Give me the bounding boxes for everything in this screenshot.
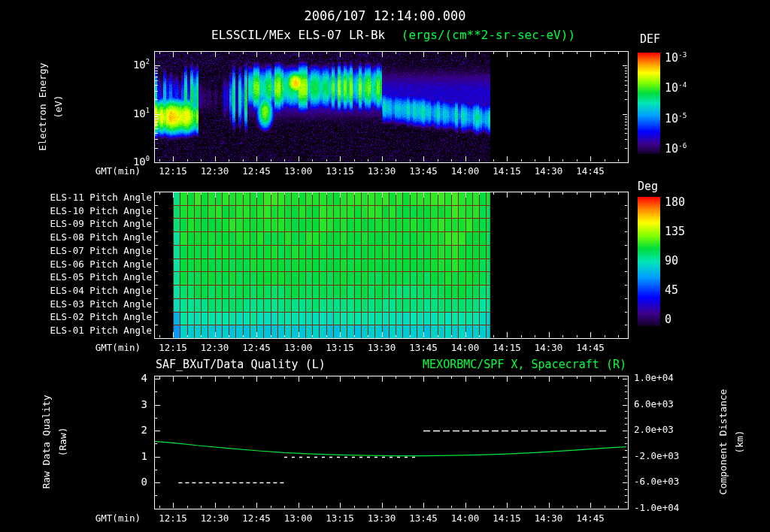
top-ylabel-line2: (eV): [53, 95, 64, 118]
x-tick-label: 13:30: [368, 513, 396, 524]
x-tick-label: 13:45: [409, 166, 438, 177]
tick-exponent: -4: [678, 80, 687, 89]
colorbar-tick-label: 10-6: [665, 142, 687, 156]
x-tick-label: 14:30: [535, 343, 563, 353]
tick-base: 10: [665, 112, 678, 125]
row-label: ELS-03 Pitch Angle: [50, 299, 152, 310]
y-tick-label: 1: [141, 451, 147, 462]
row-label: ELS-04 Pitch Angle: [50, 286, 152, 296]
y-tick-label: 102: [133, 59, 150, 71]
colorbar-tick-label: 135: [665, 225, 685, 238]
row-label: ELS-11 Pitch Angle: [50, 192, 152, 203]
colorbar-tick-label: 10-4: [665, 81, 687, 95]
tick-base: 10: [133, 107, 146, 119]
top-ylabel-line1: Electron Energy: [38, 62, 48, 150]
bottom-right-series-title: MEXORBMC/SPF X, Spacecraft (R): [423, 358, 626, 371]
x-tick-label: 13:00: [284, 513, 313, 524]
x-tick-label: 14:45: [576, 343, 605, 353]
row-label: ELS-05 Pitch Angle: [50, 272, 152, 283]
top-panel-title: ELSSCIL/MEx ELS-07 LR-Bk (ergs/(cm**2-sr…: [211, 29, 575, 42]
x-tick-label: 12:15: [159, 343, 187, 353]
y-tick-label: 100: [133, 156, 150, 168]
x-tick-label: 14:45: [576, 513, 605, 524]
x-tick-label: 13:30: [368, 166, 396, 177]
x-tick-label: 13:45: [409, 513, 438, 524]
gmt-label-top: GMT(min): [95, 166, 141, 177]
y-tick-label: -2.0e+03: [634, 451, 679, 461]
tick-base: 10: [665, 51, 678, 65]
x-tick-label: 12:45: [242, 166, 271, 177]
colorbar-tick-label: 10-3: [665, 51, 687, 65]
gmt-label-mid: GMT(min): [95, 343, 141, 353]
colorbar-tick-label: 45: [665, 284, 678, 297]
x-tick-label: 13:00: [284, 343, 313, 353]
tick-exponent: 0: [146, 155, 150, 162]
y-tick-label: 2: [141, 425, 147, 436]
x-tick-label: 14:15: [493, 343, 521, 353]
tick-base: 10: [133, 59, 146, 71]
x-tick-label: 14:15: [493, 513, 521, 524]
row-label: ELS-06 Pitch Angle: [50, 259, 152, 270]
timestamp-title: 2006/107 12:14:00.000: [305, 9, 466, 23]
colorbar-tick-label: 10-5: [665, 112, 687, 125]
y-tick-label: 0: [141, 476, 147, 488]
row-label: ELS-09 Pitch Angle: [50, 219, 152, 229]
tick-exponent: 1: [146, 107, 150, 114]
top-panel-units: (ergs/(cm**2-sr-sec-eV)): [402, 28, 575, 42]
tick-exponent: -5: [678, 111, 687, 119]
y-tick-label: 101: [133, 107, 150, 119]
x-tick-label: 12:15: [159, 513, 187, 524]
x-tick-label: 14:00: [451, 513, 480, 524]
row-label: ELS-07 Pitch Angle: [50, 246, 152, 256]
x-tick-label: 14:00: [451, 166, 480, 177]
tick-base: 10: [133, 156, 146, 168]
row-label: ELS-08 Pitch Angle: [50, 232, 152, 243]
x-tick-label: 13:15: [326, 166, 354, 177]
x-tick-label: 13:00: [284, 166, 313, 177]
x-tick-label: 12:45: [242, 343, 271, 353]
x-tick-label: 14:45: [576, 166, 605, 177]
x-tick-label: 12:15: [159, 166, 187, 177]
x-tick-label: 13:15: [326, 343, 354, 353]
x-tick-label: 12:30: [201, 513, 229, 524]
colorbar-tick-label: 90: [665, 255, 678, 268]
bottom-left-ylabel-line1: Raw Data Quality: [41, 394, 52, 488]
deg-colorbar-label: Deg: [638, 180, 658, 193]
x-tick-label: 14:30: [535, 166, 563, 177]
tick-exponent: 2: [146, 58, 150, 65]
plot-screen: 2006/107 12:14:00.000 ELSSCIL/MEx ELS-07…: [0, 0, 770, 532]
x-tick-label: 14:30: [535, 513, 563, 524]
gmt-label-bottom: GMT(min): [95, 513, 141, 524]
row-label: ELS-10 Pitch Angle: [50, 206, 152, 216]
tick-exponent: -3: [678, 50, 687, 59]
y-tick-label: -6.0e+03: [634, 476, 679, 487]
x-tick-label: 12:30: [201, 343, 229, 353]
x-tick-label: 13:45: [409, 343, 438, 353]
x-tick-label: 13:15: [326, 513, 354, 524]
x-tick-label: 14:15: [493, 166, 521, 177]
y-tick-label: 1.0e+04: [634, 373, 674, 383]
y-tick-label: 4: [141, 373, 147, 384]
y-tick-label: 2.0e+03: [634, 425, 674, 435]
row-label: ELS-01 Pitch Angle: [50, 325, 152, 336]
row-label: ELS-02 Pitch Angle: [50, 312, 152, 322]
colorbar-tick-label: 180: [665, 196, 685, 209]
top-panel-title-text: ELSSCIL/MEx ELS-07 LR-Bk: [211, 28, 385, 42]
bottom-right-ylabel-line1: Component Distance: [718, 389, 729, 495]
bottom-left-ylabel-line2: (Raw): [58, 427, 68, 456]
tick-base: 10: [665, 142, 678, 156]
colorbar-tick-label: 0: [665, 313, 671, 326]
y-tick-label: 3: [141, 399, 147, 410]
x-tick-label: 14:00: [451, 343, 480, 353]
bottom-right-ylabel-line2: (km): [735, 430, 745, 453]
bottom-left-series-title: SAF_BXuT/Data Quality (L): [156, 358, 326, 371]
tick-exponent: -6: [678, 141, 687, 150]
x-tick-label: 13:30: [368, 343, 396, 353]
y-tick-label: 6.0e+03: [634, 399, 674, 410]
tick-base: 10: [665, 81, 678, 95]
def-colorbar-label: DEF: [640, 33, 660, 46]
y-tick-label: -1.0e+04: [634, 503, 679, 513]
x-tick-label: 12:30: [201, 166, 229, 177]
x-tick-label: 12:45: [242, 513, 271, 524]
